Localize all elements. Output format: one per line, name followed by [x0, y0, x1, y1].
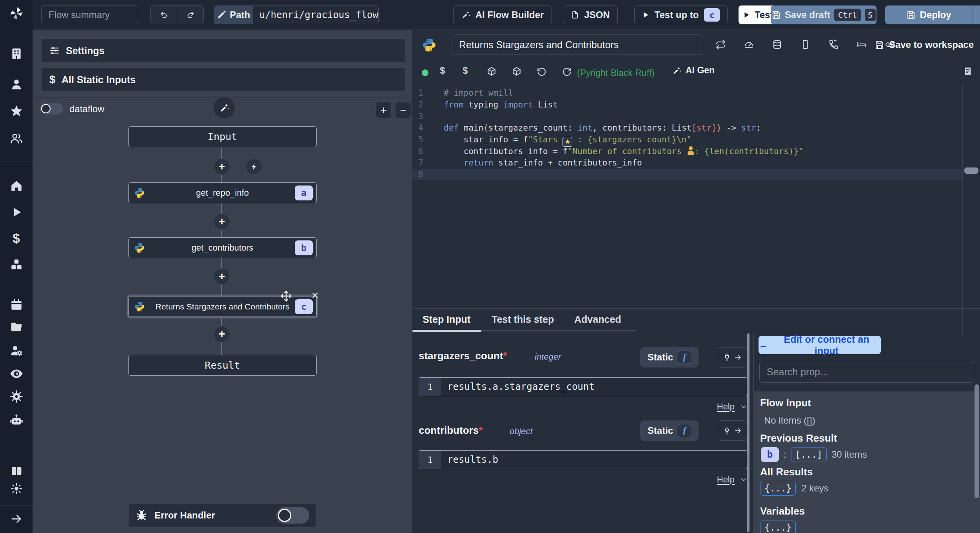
code-scrollbar-thumb[interactable]: [964, 167, 978, 174]
chevron-down-icon[interactable]: [740, 403, 747, 410]
search-prop-input[interactable]: [759, 361, 974, 383]
chevron-down-icon[interactable]: [740, 476, 747, 483]
code-scrollbar[interactable]: [962, 84, 980, 339]
zoom-out-button[interactable]: −: [395, 102, 411, 118]
add-step-button[interactable]: +: [214, 158, 230, 175]
zoom-in-button[interactable]: +: [376, 102, 392, 118]
add-step-button[interactable]: +: [214, 213, 230, 230]
edit-or-connect-button[interactable]: ← Edit or connect an input: [759, 336, 881, 354]
code-line-1: # import wmill: [444, 87, 513, 99]
static-mode-toggle[interactable]: Static f: [640, 347, 699, 367]
static-mode-toggle[interactable]: Static f: [640, 420, 699, 441]
repeat-icon[interactable]: [715, 39, 726, 50]
function-icon[interactable]: f: [678, 424, 691, 437]
save-draft-button[interactable]: Save draft Ctrl S: [771, 5, 877, 24]
function-icon[interactable]: f: [678, 351, 691, 364]
eye-icon[interactable]: [0, 367, 33, 381]
step-node-b[interactable]: get_contributors b: [128, 237, 317, 258]
expr-input[interactable]: 1 results.b: [419, 450, 747, 469]
move-node-handle[interactable]: [280, 290, 292, 302]
tab-test-this-step[interactable]: Test this step: [492, 314, 554, 325]
sidebar-divider: [0, 162, 33, 162]
path-edit-button[interactable]: Path: [214, 6, 253, 24]
test-up-to-label: Test up to: [655, 9, 699, 20]
flow-settings-button[interactable]: Settings: [41, 38, 406, 63]
refresh-icon[interactable]: [562, 67, 572, 77]
variables-row[interactable]: {...}: [760, 520, 796, 533]
all-static-inputs-button[interactable]: $ All Static Inputs: [41, 67, 406, 92]
mobile-icon[interactable]: [800, 39, 811, 50]
object-expand-chip[interactable]: {...}: [760, 520, 796, 533]
dollar-icon[interactable]: $: [463, 65, 468, 76]
flow-summary-input[interactable]: [41, 5, 139, 24]
tab-step-input[interactable]: Step Input: [423, 314, 470, 325]
cubes-icon[interactable]: [0, 258, 33, 271]
user-cog-icon[interactable]: [0, 344, 33, 357]
rotate-ccw-icon[interactable]: [537, 67, 547, 77]
required-asterisk: *: [503, 350, 507, 362]
library-icon[interactable]: [963, 66, 973, 76]
help-link[interactable]: Help: [717, 402, 735, 412]
arrow-right-icon[interactable]: [0, 512, 33, 526]
lint-status[interactable]: (Pyright Black Ruff): [577, 68, 655, 78]
close-icon[interactable]: ×: [312, 289, 319, 302]
step-name-input[interactable]: [452, 35, 703, 55]
ai-gen-button[interactable]: AI Gen: [672, 65, 715, 76]
step-node-badge: b: [295, 240, 313, 255]
books-icon[interactable]: [0, 464, 33, 478]
dataflow-toggle[interactable]: [40, 103, 63, 115]
ai-flow-builder-button[interactable]: AI Flow Builder: [453, 5, 552, 24]
error-handler-toggle[interactable]: [276, 507, 309, 524]
previous-result-row[interactable]: b : [...] 30 items: [761, 447, 867, 462]
sleep-icon[interactable]: [857, 39, 867, 50]
gauge-icon[interactable]: [744, 39, 754, 50]
phone-icon[interactable]: [828, 39, 839, 50]
sun-icon[interactable]: [0, 482, 33, 495]
windmill-logo[interactable]: [0, 5, 33, 22]
users-icon[interactable]: [0, 132, 33, 145]
array-expand-chip[interactable]: [...]: [791, 447, 827, 462]
error-handler-node[interactable]: Error Handler: [128, 503, 317, 528]
help-link[interactable]: Help: [717, 475, 735, 485]
test-up-to-button[interactable]: Test up to c: [634, 5, 728, 24]
redo-button[interactable]: [177, 6, 203, 24]
add-step-button[interactable]: +: [214, 326, 230, 342]
fields-scrollbar-thumb[interactable]: [747, 333, 750, 532]
undo-button[interactable]: [151, 6, 177, 24]
package-icon[interactable]: [486, 67, 497, 77]
path-value[interactable]: u/henri/gracious_flow: [253, 6, 378, 24]
result-node[interactable]: Result: [128, 355, 317, 376]
add-step-button[interactable]: +: [214, 268, 230, 285]
step-node-a[interactable]: get_repo_info a: [128, 182, 317, 203]
building-icon[interactable]: [0, 47, 33, 60]
connect-input-button[interactable]: [718, 420, 747, 441]
deploy-button[interactable]: Deploy: [885, 5, 973, 24]
all-results-row[interactable]: {...} 2 keys: [760, 481, 829, 496]
connect-scrollbar-thumb[interactable]: [975, 384, 979, 498]
code-editor[interactable]: 1 2 3 4 5 6 7 8 # import wmill from typi…: [412, 84, 980, 339]
user-icon[interactable]: [0, 78, 33, 91]
database-icon[interactable]: [772, 39, 782, 50]
connect-input-button[interactable]: [718, 347, 747, 367]
object-expand-chip[interactable]: {...}: [760, 481, 796, 496]
tab-advanced[interactable]: Advanced: [574, 314, 621, 325]
gear-icon[interactable]: [0, 389, 33, 404]
folder-icon[interactable]: [0, 320, 33, 334]
dollar-icon[interactable]: $: [0, 231, 33, 246]
play-icon[interactable]: [0, 206, 33, 219]
save-to-workspace-button[interactable]: Save to workspace: [875, 30, 974, 60]
json-button[interactable]: JSON: [563, 5, 618, 24]
calendar-icon[interactable]: [0, 298, 33, 311]
expr-line-number: 1: [419, 378, 441, 396]
expr-input[interactable]: 1 results.a.stargazers_count: [419, 377, 747, 396]
bot-icon[interactable]: [0, 413, 33, 427]
home-icon[interactable]: [0, 179, 33, 193]
input-node[interactable]: Input: [128, 126, 317, 147]
trigger-bolt-button[interactable]: [246, 158, 262, 175]
ai-wand-button[interactable]: [214, 97, 235, 118]
package-icon[interactable]: [512, 67, 522, 77]
dollar-icon[interactable]: $: [440, 65, 445, 76]
deploy-dropdown-button[interactable]: [973, 5, 980, 24]
star-icon[interactable]: [0, 104, 33, 118]
result-key-badge[interactable]: b: [761, 447, 779, 462]
